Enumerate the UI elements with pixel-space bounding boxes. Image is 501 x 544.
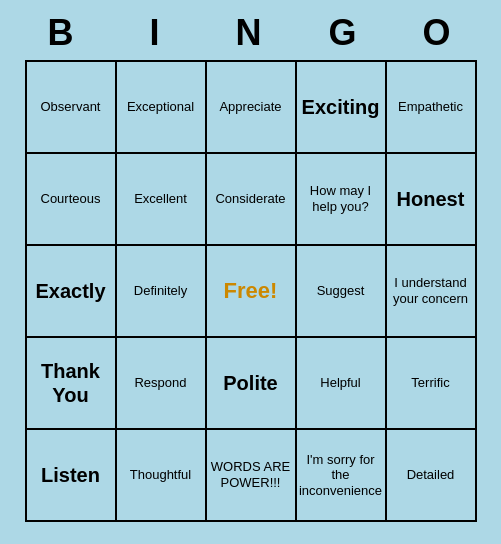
bingo-cell-8: How may I help you? (297, 154, 387, 246)
bingo-cell-5: Courteous (27, 154, 117, 246)
bingo-cell-17: Polite (207, 338, 297, 430)
bingo-cell-14: I understand your concern (387, 246, 477, 338)
bingo-cell-24: Detailed (387, 430, 477, 522)
bingo-cell-12: Free! (207, 246, 297, 338)
bingo-letter-N: N (206, 12, 296, 54)
bingo-cell-3: Exciting (297, 62, 387, 154)
bingo-cell-1: Exceptional (117, 62, 207, 154)
bingo-cell-10: Exactly (27, 246, 117, 338)
bingo-letter-I: I (112, 12, 202, 54)
bingo-cell-0: Observant (27, 62, 117, 154)
bingo-cell-22: WORDS ARE POWER!!! (207, 430, 297, 522)
bingo-grid: ObservantExceptionalAppreciateExcitingEm… (25, 60, 477, 522)
bingo-letter-G: G (300, 12, 390, 54)
bingo-letter-B: B (18, 12, 108, 54)
bingo-title: BINGO (16, 8, 486, 60)
bingo-cell-21: Thoughtful (117, 430, 207, 522)
bingo-cell-15: Thank You (27, 338, 117, 430)
bingo-cell-9: Honest (387, 154, 477, 246)
bingo-cell-11: Definitely (117, 246, 207, 338)
bingo-cell-16: Respond (117, 338, 207, 430)
bingo-cell-2: Appreciate (207, 62, 297, 154)
bingo-cell-20: Listen (27, 430, 117, 522)
bingo-cell-19: Terrific (387, 338, 477, 430)
bingo-cell-18: Helpful (297, 338, 387, 430)
bingo-cell-23: I'm sorry for the inconvenience (297, 430, 387, 522)
bingo-cell-4: Empathetic (387, 62, 477, 154)
bingo-cell-13: Suggest (297, 246, 387, 338)
bingo-letter-O: O (394, 12, 484, 54)
bingo-cell-7: Considerate (207, 154, 297, 246)
bingo-cell-6: Excellent (117, 154, 207, 246)
